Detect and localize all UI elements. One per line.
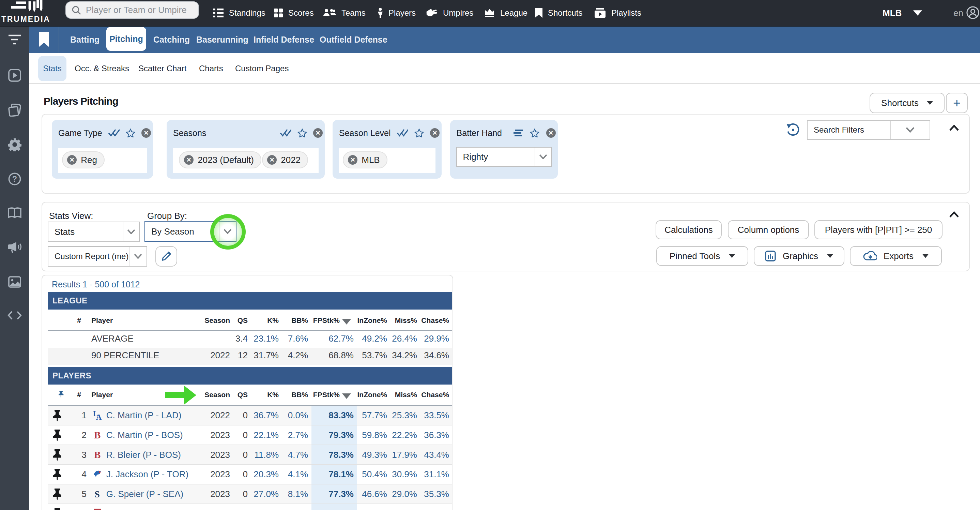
svg-text:B: B xyxy=(94,430,101,440)
svg-text:B: B xyxy=(94,449,101,460)
svg-text:A: A xyxy=(96,413,102,421)
svg-text:S: S xyxy=(94,489,100,499)
svg-text:?: ? xyxy=(12,175,17,183)
